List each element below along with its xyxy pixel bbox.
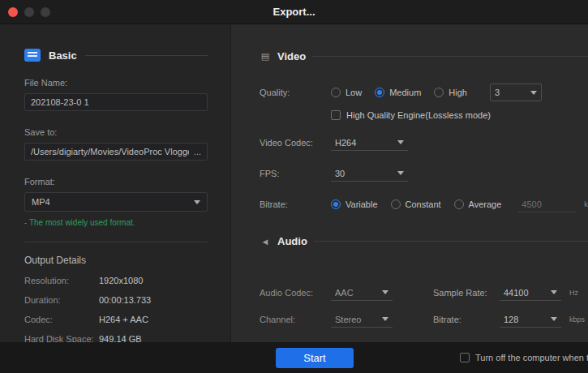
radio-icon xyxy=(331,199,341,209)
sample-rate-label: Sample Rate: xyxy=(433,288,500,298)
detail-row-duration: Duration: 00:00:13.733 xyxy=(24,295,208,305)
audio-bitrate-dropdown[interactable]: 128 xyxy=(500,311,561,328)
video-bitrate-unit: kbps xyxy=(584,200,588,208)
audio-bitrate-label: Bitrate: xyxy=(433,315,500,324)
title-bar: Export... xyxy=(0,0,588,24)
video-bitrate-input[interactable]: 4500 xyxy=(517,196,576,212)
radio-quality-low[interactable]: Low xyxy=(331,88,362,97)
divider xyxy=(312,56,588,57)
hq-engine-row: High Quality Engine(Lossless mode) xyxy=(331,110,588,120)
radio-label: Average xyxy=(469,199,502,209)
file-name-input[interactable]: 202108-23-0 1 xyxy=(24,93,208,111)
sample-rate-unit: Hz xyxy=(569,289,578,297)
chevron-down-icon xyxy=(194,200,200,204)
shutdown-checkbox[interactable] xyxy=(460,353,470,362)
start-button[interactable]: Start xyxy=(276,348,354,368)
chevron-down-icon xyxy=(397,171,404,175)
radio-quality-medium[interactable]: Medium xyxy=(375,88,421,97)
settings-panel: ▤ Video Quality: Low Medium High 3 xyxy=(231,24,588,342)
quality-level-value: 3 xyxy=(495,88,500,97)
video-codec-row: Video Codec: H264 xyxy=(260,135,588,151)
radio-icon xyxy=(375,88,384,97)
quality-row: Quality: Low Medium High 3 xyxy=(260,84,588,101)
format-label: Format: xyxy=(24,177,208,186)
fps-dropdown[interactable]: 30 xyxy=(331,165,408,182)
basic-icon xyxy=(24,49,41,62)
fps-label: FPS: xyxy=(260,169,331,178)
chevron-down-icon xyxy=(551,290,557,294)
browse-button[interactable]: ... xyxy=(189,147,201,156)
window-title: Export... xyxy=(273,6,315,18)
video-bitrate-label: Bitrate: xyxy=(260,199,331,209)
audio-bitrate-unit: kbps xyxy=(569,315,585,324)
video-codec-dropdown[interactable]: H264 xyxy=(331,135,408,151)
quality-label: Quality: xyxy=(260,88,331,97)
audio-section-title: Audio xyxy=(277,235,307,247)
audio-channel-row: Channel: Stereo Bitrate: 128 kbps xyxy=(260,311,588,328)
checkbox-icon xyxy=(331,110,341,120)
radio-icon xyxy=(434,88,444,97)
audio-bitrate-value: 128 xyxy=(504,315,518,324)
radio-label: Variable xyxy=(346,199,378,209)
shutdown-option: Turn off the computer when the task is f xyxy=(460,342,588,373)
zoom-window-button[interactable] xyxy=(41,7,50,17)
detail-row-codec: Codec: H264 + AAC xyxy=(24,315,208,324)
shutdown-label: Turn off the computer when the task is f xyxy=(475,353,588,362)
duration-value: 00:00:13.733 xyxy=(99,295,151,305)
audio-codec-dropdown[interactable]: AAC xyxy=(331,285,393,301)
audio-codec-row: Audio Codec: AAC Sample Rate: 44100 Hz xyxy=(260,285,588,301)
radio-label: High xyxy=(449,88,467,97)
radio-label: Medium xyxy=(389,88,421,97)
radio-label: Constant xyxy=(406,199,441,209)
output-details-title: Output Details xyxy=(24,255,208,266)
basic-panel: Basic File Name: 202108-23-0 1 Save to: … xyxy=(0,24,231,342)
checkbox-icon xyxy=(460,353,470,362)
footer-bar: Start Turn off the computer when the tas… xyxy=(0,342,588,373)
resolution-label: Resolution: xyxy=(24,276,99,285)
format-dropdown[interactable]: MP4 xyxy=(24,192,208,212)
chevron-down-icon xyxy=(382,290,388,294)
video-section-title: Video xyxy=(277,50,306,62)
format-value: MP4 xyxy=(32,197,50,207)
video-icon: ▤ xyxy=(260,51,271,62)
video-bitrate-row: Bitrate: Variable Constant Average 4500 … xyxy=(260,196,588,212)
video-bitrate-value: 4500 xyxy=(521,199,541,209)
close-window-button[interactable] xyxy=(8,7,18,17)
detail-row-resolution: Resolution: 1920x1080 xyxy=(24,276,208,285)
window-controls xyxy=(8,7,50,17)
quality-level-dropdown[interactable]: 3 xyxy=(490,84,542,101)
channel-dropdown[interactable]: Stereo xyxy=(331,311,393,328)
radio-bitrate-variable[interactable]: Variable xyxy=(331,199,378,209)
radio-label: Low xyxy=(346,88,362,97)
fps-value: 30 xyxy=(335,169,345,178)
audio-codec-value: AAC xyxy=(335,288,354,298)
radio-icon xyxy=(331,88,341,97)
chevron-down-icon xyxy=(397,140,404,144)
fps-row: FPS: 30 xyxy=(260,165,588,182)
divider xyxy=(85,55,208,56)
minimize-window-button[interactable] xyxy=(24,7,34,17)
file-name-label: File Name: xyxy=(24,78,208,88)
codec-value: H264 + AAC xyxy=(99,315,148,324)
radio-quality-high[interactable]: High xyxy=(434,88,467,97)
save-to-label: Save to: xyxy=(24,127,208,137)
hq-engine-label: High Quality Engine(Lossless mode) xyxy=(346,110,491,120)
hq-engine-checkbox[interactable]: High Quality Engine(Lossless mode) xyxy=(331,110,491,120)
video-section-header: ▤ Video xyxy=(260,50,588,62)
video-codec-label: Video Codec: xyxy=(260,138,331,148)
audio-icon: ◄ xyxy=(260,237,271,247)
radio-bitrate-constant[interactable]: Constant xyxy=(391,199,441,209)
channel-value: Stereo xyxy=(335,315,361,324)
audio-section-header: ◄ Audio xyxy=(260,235,588,247)
duration-label: Duration: xyxy=(24,295,99,305)
radio-bitrate-average[interactable]: Average xyxy=(454,199,502,209)
sample-rate-dropdown[interactable]: 44100 xyxy=(500,285,561,301)
divider xyxy=(24,242,208,242)
channel-label: Channel: xyxy=(260,315,331,324)
save-to-input[interactable]: /Users/digiarty/Movies/VideoProc Vlogger… xyxy=(24,143,208,161)
radio-icon xyxy=(454,199,464,209)
audio-codec-label: Audio Codec: xyxy=(260,288,331,298)
basic-section-header: Basic xyxy=(24,49,208,62)
save-to-value: /Users/digiarty/Movies/VideoProc Vlogger… xyxy=(31,147,189,156)
chevron-down-icon xyxy=(382,317,388,321)
